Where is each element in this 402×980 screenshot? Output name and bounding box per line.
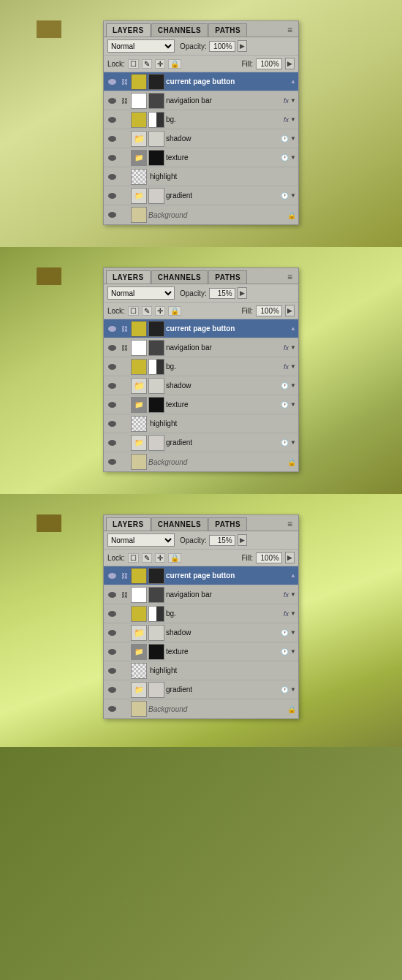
- panel-menu-3[interactable]: ≡: [284, 517, 296, 531]
- eye-icon-3-7[interactable]: [106, 703, 118, 715]
- layer-row-1-5[interactable]: highlight: [104, 167, 298, 186]
- eye-icon-3-1[interactable]: [106, 589, 118, 601]
- lock-icon-2d[interactable]: 🔒: [168, 306, 181, 316]
- layer-arrow-2-4[interactable]: ▼: [290, 401, 296, 408]
- link-icon-1-0[interactable]: ⛓: [119, 78, 129, 86]
- eye-icon-1-6[interactable]: [106, 190, 118, 202]
- layer-row-2-3[interactable]: 📁 shadow 🕐 ▼: [104, 376, 298, 395]
- layer-row-2-4[interactable]: 📁 texture 🕐 ▼: [104, 395, 298, 414]
- eye-icon-3-6[interactable]: [106, 684, 118, 696]
- layer-row-1-1[interactable]: ⛓ navigation bar fx ▼: [104, 91, 298, 110]
- tab-channels-1[interactable]: CHANNELS: [151, 23, 208, 37]
- eye-icon-2-3[interactable]: [106, 380, 118, 392]
- lock-icon-1c[interactable]: ✛: [155, 59, 165, 69]
- blend-mode-select-2[interactable]: Normal: [107, 286, 175, 300]
- tab-paths-3[interactable]: PATHS: [208, 517, 247, 531]
- tab-layers-3[interactable]: LAYERS: [106, 517, 151, 531]
- layer-arrow-2-6[interactable]: ▼: [290, 439, 296, 446]
- eye-icon-1-0[interactable]: [106, 76, 118, 88]
- eye-icon-2-2[interactable]: [106, 361, 118, 373]
- link-icon-2-1[interactable]: ⛓: [119, 344, 129, 352]
- lock-icon-1d[interactable]: 🔒: [168, 59, 181, 69]
- eye-icon-1-2[interactable]: [106, 114, 118, 126]
- eye-icon-2-4[interactable]: [106, 399, 118, 411]
- layer-arrow-1-3[interactable]: ▼: [290, 135, 296, 142]
- eye-icon-3-0[interactable]: [106, 570, 118, 582]
- scroll-up-1[interactable]: ▲: [290, 78, 296, 85]
- eye-icon-1-7[interactable]: [106, 209, 118, 221]
- eye-icon-2-5[interactable]: [106, 418, 118, 430]
- layer-arrow-3-1[interactable]: ▼: [290, 591, 296, 598]
- layer-row-2-6[interactable]: 📁 gradient 🕐 ▼: [104, 433, 298, 452]
- blend-mode-select-3[interactable]: Normal: [107, 533, 175, 547]
- layer-row-3-3[interactable]: 📁 shadow 🕐 ▼: [104, 623, 298, 642]
- layer-arrow-3-2[interactable]: ▼: [290, 610, 296, 617]
- layer-row-3-7[interactable]: Background 🔒: [104, 699, 298, 718]
- fill-arrow-2[interactable]: ▶: [285, 305, 295, 316]
- panel-menu-2[interactable]: ≡: [284, 270, 296, 284]
- layer-row-2-1[interactable]: ⛓ navigation bar fx ▼: [104, 338, 298, 357]
- opacity-value-2[interactable]: 15%: [209, 288, 235, 299]
- layer-row-3-6[interactable]: 📁 gradient 🕐 ▼: [104, 680, 298, 699]
- lock-icon-2a[interactable]: ☐: [128, 306, 139, 316]
- opacity-value-1[interactable]: 100%: [209, 41, 235, 52]
- layer-row-1-7[interactable]: Background 🔒: [104, 205, 298, 224]
- lock-icon-3b[interactable]: ✎: [142, 553, 152, 563]
- layer-row-2-0[interactable]: ⛓ current page button ▲: [104, 319, 298, 338]
- opacity-value-3[interactable]: 15%: [209, 535, 235, 546]
- tab-paths-2[interactable]: PATHS: [208, 270, 247, 284]
- eye-icon-1-1[interactable]: [106, 95, 118, 107]
- layer-row-3-2[interactable]: bg. fx ▼: [104, 604, 298, 623]
- layer-row-3-1[interactable]: ⛓ navigation bar fx ▼: [104, 585, 298, 604]
- panel-menu-1[interactable]: ≡: [284, 23, 296, 37]
- eye-icon-1-5[interactable]: [106, 171, 118, 183]
- layer-arrow-3-4[interactable]: ▼: [290, 648, 296, 655]
- layer-arrow-1-6[interactable]: ▼: [290, 192, 296, 199]
- layer-arrow-3-6[interactable]: ▼: [290, 686, 296, 693]
- link-icon-3-0[interactable]: ⛓: [119, 572, 129, 580]
- eye-icon-1-3[interactable]: [106, 133, 118, 145]
- scroll-up-3[interactable]: ▲: [290, 572, 296, 579]
- eye-icon-2-7[interactable]: [106, 456, 118, 468]
- layer-arrow-2-2[interactable]: ▼: [290, 363, 296, 370]
- layer-row-1-4[interactable]: 📁 texture 🕐 ▼: [104, 148, 298, 167]
- layer-row-1-0[interactable]: ⛓ current page button ▲: [104, 72, 298, 91]
- layer-row-2-2[interactable]: bg. fx ▼: [104, 357, 298, 376]
- layer-row-1-2[interactable]: bg. fx ▼: [104, 110, 298, 129]
- tab-layers-1[interactable]: LAYERS: [106, 23, 151, 37]
- link-icon-1-1[interactable]: ⛓: [119, 97, 129, 105]
- eye-icon-2-0[interactable]: [106, 323, 118, 335]
- opacity-arrow-3[interactable]: ▶: [238, 534, 247, 546]
- lock-icon-3a[interactable]: ☐: [128, 553, 139, 563]
- layer-arrow-1-4[interactable]: ▼: [290, 154, 296, 161]
- layer-row-3-4[interactable]: 📁 texture 🕐 ▼: [104, 642, 298, 661]
- layer-row-3-5[interactable]: highlight: [104, 661, 298, 680]
- lock-icon-3d[interactable]: 🔒: [168, 553, 181, 563]
- layer-row-3-0[interactable]: ⛓ current page button ▲: [104, 566, 298, 585]
- layer-row-1-6[interactable]: 📁 gradient 🕐 ▼: [104, 186, 298, 205]
- tab-paths-1[interactable]: PATHS: [208, 23, 247, 37]
- scroll-up-2[interactable]: ▲: [290, 325, 296, 332]
- fill-value-3[interactable]: 100%: [256, 552, 282, 563]
- eye-icon-2-6[interactable]: [106, 437, 118, 449]
- lock-icon-3c[interactable]: ✛: [155, 553, 165, 563]
- eye-icon-3-4[interactable]: [106, 646, 118, 658]
- opacity-arrow-2[interactable]: ▶: [238, 287, 247, 299]
- eye-icon-3-2[interactable]: [106, 608, 118, 620]
- tab-layers-2[interactable]: LAYERS: [106, 270, 151, 284]
- lock-icon-2b[interactable]: ✎: [142, 306, 152, 316]
- blend-mode-select-1[interactable]: Normal: [107, 39, 175, 53]
- tab-channels-3[interactable]: CHANNELS: [151, 517, 208, 531]
- layer-row-2-5[interactable]: highlight: [104, 414, 298, 433]
- layer-arrow-2-3[interactable]: ▼: [290, 382, 296, 389]
- layer-arrow-1-1[interactable]: ▼: [290, 97, 296, 104]
- layer-row-1-3[interactable]: 📁 shadow 🕐 ▼: [104, 129, 298, 148]
- layer-arrow-3-3[interactable]: ▼: [290, 629, 296, 636]
- link-icon-2-0[interactable]: ⛓: [119, 325, 129, 333]
- layer-arrow-2-1[interactable]: ▼: [290, 344, 296, 351]
- lock-icon-1b[interactable]: ✎: [142, 59, 152, 69]
- eye-icon-2-1[interactable]: [106, 342, 118, 354]
- eye-icon-3-5[interactable]: [106, 665, 118, 677]
- opacity-arrow-1[interactable]: ▶: [238, 40, 247, 52]
- lock-icon-2c[interactable]: ✛: [155, 306, 165, 316]
